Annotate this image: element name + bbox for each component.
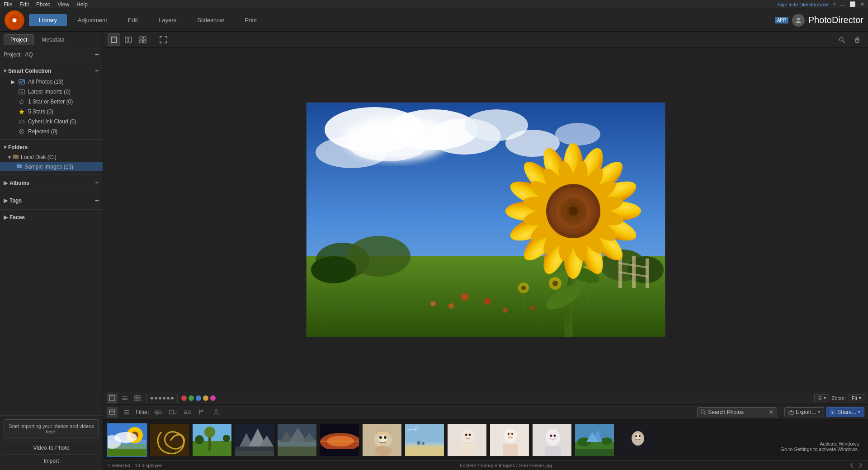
- fullscreen-button[interactable]: [157, 33, 170, 46]
- zoom-dropdown[interactable]: Fit ▾: [849, 394, 864, 402]
- faces-header[interactable]: ▶ Faces: [0, 212, 103, 222]
- sign-in-link[interactable]: Sign in to DirectorZone: [777, 2, 828, 7]
- color-filter-yellow[interactable]: [203, 395, 208, 401]
- sidebar-item-rejected[interactable]: ▶ Rejected (0): [0, 127, 103, 136]
- filmstrip-thumb-1[interactable]: [149, 423, 190, 457]
- topbar-close[interactable]: ✕: [860, 1, 864, 7]
- filmstrip-thumb-11[interactable]: [574, 423, 615, 457]
- tab-print[interactable]: Print: [235, 14, 267, 26]
- sidebar-item-local-disk[interactable]: ▾ Local Disk (C:): [0, 152, 103, 162]
- filmstrip-thumb-7[interactable]: [404, 423, 445, 457]
- sidebar-item-5-stars[interactable]: ▶ 5 Stars (0): [0, 107, 103, 117]
- grid-view-button[interactable]: [137, 33, 149, 46]
- topbar-maximize[interactable]: ⬜: [849, 1, 856, 7]
- sidebar-item-all-photos[interactable]: ▶ All Photos (13): [0, 77, 103, 87]
- albums-add-icon[interactable]: +: [95, 179, 99, 187]
- import-hint[interactable]: Start importing your photos and videos h…: [4, 419, 99, 438]
- sidebar-item-sample-images[interactable]: Sample Images (13): [0, 162, 103, 171]
- video-to-photo-button[interactable]: Video-to-Photo: [4, 442, 99, 453]
- filmstrip-thumb-12[interactable]: [617, 423, 657, 457]
- share-button[interactable]: f Share... ▾: [826, 407, 864, 417]
- filmstrip-thumb-10[interactable]: [532, 423, 572, 457]
- scroll-left-icon[interactable]: [849, 462, 855, 469]
- compare-view-button[interactable]: [122, 33, 135, 46]
- albums-header[interactable]: ▶ Albums +: [0, 177, 103, 189]
- filmstrip-single-icon: [109, 395, 115, 401]
- single-view-button[interactable]: [108, 33, 120, 46]
- filmstrip-thumb-8[interactable]: [447, 423, 487, 457]
- search-box[interactable]: ✕: [697, 407, 777, 417]
- sidebar-item-latest-imports[interactable]: ▶ Latest Imports (0): [0, 87, 103, 97]
- tags-add-icon[interactable]: +: [95, 197, 99, 205]
- filter-all-btn[interactable]: [107, 407, 118, 418]
- filter-stars-btn[interactable]: [153, 407, 164, 418]
- smart-collection-label: Smart Collection: [8, 68, 51, 74]
- svg-point-50: [503, 308, 508, 313]
- filter-all-icon: [109, 409, 115, 415]
- menu-edit[interactable]: Edit: [19, 1, 29, 8]
- action-buttons: Export... ▾ f Share... ▾: [784, 407, 864, 417]
- search-input[interactable]: [708, 409, 767, 415]
- filmstrip-thumb-2[interactable]: [192, 423, 232, 457]
- svg-rect-99: [135, 399, 137, 401]
- filmstrip-thumb-5[interactable]: [319, 423, 360, 457]
- color-filter-red[interactable]: [181, 395, 187, 401]
- menu-help[interactable]: Help: [76, 1, 88, 8]
- scroll-right-icon[interactable]: [857, 462, 863, 469]
- sort-button[interactable]: ▾: [814, 394, 829, 402]
- filter-person-btn[interactable]: [211, 407, 222, 418]
- tags-header[interactable]: ▶ Tags +: [0, 195, 103, 207]
- sunflower-background: [307, 103, 665, 337]
- svg-rect-93: [109, 395, 115, 401]
- export-button[interactable]: Export... ▾: [784, 407, 824, 417]
- import-button[interactable]: Import: [4, 456, 99, 466]
- tab-layers[interactable]: Layers: [149, 14, 186, 26]
- filter-edit-btn[interactable]: [182, 407, 193, 418]
- smart-collection-add-icon[interactable]: +: [95, 67, 99, 75]
- folders-header[interactable]: ▾ Folders: [0, 142, 103, 152]
- topbar-help[interactable]: ?: [833, 2, 835, 7]
- filter-flag-btn[interactable]: [196, 407, 207, 418]
- menu-file[interactable]: File: [4, 1, 12, 8]
- color-filter-green[interactable]: [189, 395, 194, 401]
- color-filter-purple[interactable]: [210, 395, 216, 401]
- sidebar-item-1-star[interactable]: ▶ 1 Star or Better (0): [0, 97, 103, 107]
- tab-metadata[interactable]: Metadata: [35, 34, 71, 45]
- search-icon-btn[interactable]: [835, 33, 848, 46]
- svg-point-194: [635, 435, 637, 437]
- thumb-image-1: [150, 424, 189, 456]
- svg-point-92: [569, 207, 578, 216]
- tab-slideshow[interactable]: Slideshow: [187, 14, 234, 26]
- filmstrip-thumb-0[interactable]: [107, 423, 147, 457]
- filmstrip-list-view-btn[interactable]: [119, 393, 130, 404]
- filmstrip-thumb-6[interactable]: [362, 423, 402, 457]
- color-filter-blue[interactable]: [196, 395, 201, 401]
- hand-tool-button[interactable]: [851, 33, 863, 46]
- tab-adjustment[interactable]: Adjustment: [68, 14, 117, 26]
- filmstrip-grid-view-btn[interactable]: [132, 393, 143, 404]
- filmstrip-single-view-btn[interactable]: [107, 393, 118, 404]
- svg-point-48: [448, 303, 454, 309]
- tab-edit[interactable]: Edit: [118, 14, 148, 26]
- thumb-svg-2: [193, 424, 232, 457]
- topbar-minimize[interactable]: —: [840, 2, 845, 7]
- filter-list-btn[interactable]: [121, 407, 132, 418]
- filmstrip-thumb-3[interactable]: [234, 423, 275, 457]
- tab-library[interactable]: Library: [29, 14, 67, 26]
- smart-collection-header[interactable]: ▾ Smart Collection +: [0, 65, 103, 77]
- filmstrip-thumb-9[interactable]: [489, 423, 530, 457]
- svg-point-170: [460, 442, 476, 456]
- svg-point-113: [174, 411, 176, 414]
- thumb-svg-6: [363, 424, 402, 457]
- search-close-icon[interactable]: ✕: [769, 409, 774, 416]
- filmstrip-thumb-4[interactable]: [277, 423, 317, 457]
- project-add-icon[interactable]: +: [95, 51, 99, 59]
- sidebar-item-cyberlink-cloud[interactable]: ▶ CyberLink Cloud (0): [0, 117, 103, 127]
- filter-color-btn[interactable]: [167, 407, 178, 418]
- all-photos-label: All Photos (13): [28, 79, 64, 85]
- menu-photo[interactable]: Photo: [36, 1, 50, 8]
- thumb-image-9: [490, 424, 529, 456]
- chevron-down-icon2: ▾: [4, 144, 6, 150]
- menu-view[interactable]: View: [57, 1, 69, 8]
- tab-project[interactable]: Project: [4, 34, 34, 45]
